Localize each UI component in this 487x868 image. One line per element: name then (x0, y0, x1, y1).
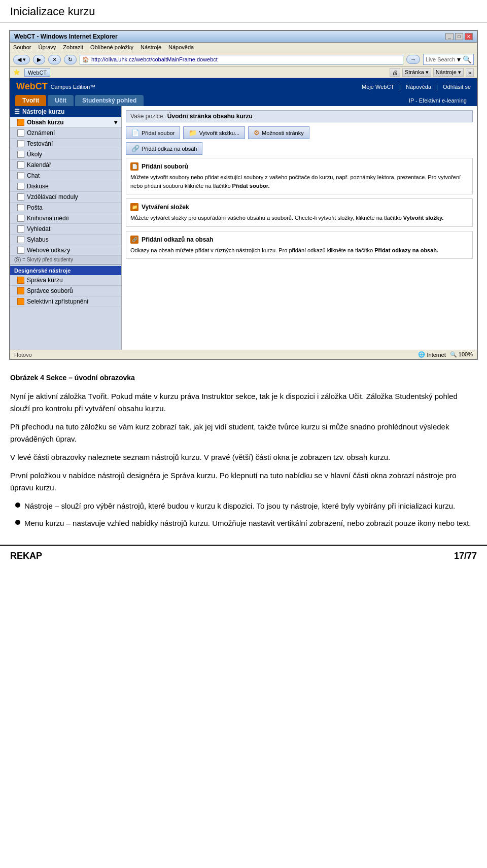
odhlasit-link[interactable]: Odhlásit se (443, 84, 471, 90)
pridat-odkaz-button[interactable]: 🔗 Přidat odkaz na obsah (126, 142, 202, 155)
menu-soubor[interactable]: Soubor (13, 44, 31, 50)
address-text: http://oliva.uhk.cz/webct/cobaltMainFram… (91, 56, 401, 62)
tools-button[interactable]: Nástroje ▾ (433, 68, 464, 77)
pridat-soubor-icon: 📄 (131, 129, 140, 137)
webct-content: WebCT Campus Edition™ Moje WebCT | Nápov… (10, 78, 477, 359)
sidebar-item-oznameni[interactable]: Oznámení (10, 128, 121, 139)
sidebar-item-obsah-kurzu[interactable]: Obsah kurzu ▾ (10, 117, 121, 128)
breadcrumb-current: Úvodní stránka obsahu kurzu (167, 113, 253, 120)
stop-button[interactable]: ✕ (48, 55, 61, 64)
testovani-label: Testování (27, 140, 53, 147)
sidebar-item-vyhledat[interactable]: Vyhledat (10, 224, 121, 235)
links-webct[interactable]: WebCT (24, 69, 50, 77)
search-dropdown-icon[interactable]: ▾ (457, 55, 461, 63)
section-icon-1: 📄 (130, 162, 138, 171)
posta-label: Pošta (27, 204, 43, 211)
webct-header-links: Moje WebCT | Nápověda | Odhlásit se (362, 84, 471, 90)
designer-section: Designérské nástroje (10, 266, 121, 275)
sidebar-item-sylabus[interactable]: Sylabus (10, 235, 121, 245)
sidebar-item-ukoly[interactable]: Úkoly (10, 149, 121, 160)
page-button[interactable]: Stránka ▾ (402, 68, 431, 77)
sidebar-item-spravce-souboru[interactable]: Správce souborů (10, 286, 121, 296)
moje-webct-link[interactable]: Moje WebCT (362, 84, 394, 90)
back-button[interactable]: ◀ ▾ (13, 55, 30, 64)
bullet-dot-1 (15, 503, 20, 508)
sidebar-item-webove-odkazy[interactable]: Webové odkazy (10, 245, 121, 256)
section-text-3: Odkazy na obsah můžete přidat v různých … (130, 246, 468, 255)
kalendar-icon (17, 161, 24, 169)
page-footer: REKAP 17/77 (0, 545, 487, 566)
sidebar-item-chat[interactable]: Chat (10, 171, 121, 181)
sylabus-icon (17, 236, 24, 243)
search-box[interactable]: Live Search ▾ 🔍 (423, 54, 474, 65)
sidebar-item-knihovna[interactable]: Knihovna médií (10, 213, 121, 224)
webct-tabs: Tvořit Učit Studentský pohled IP - Efekt… (10, 95, 477, 106)
section-title-3: 🔗 Přidání odkazů na obsah (130, 236, 468, 244)
sidebar-item-testovani[interactable]: Testování (10, 139, 121, 149)
sidebar-item-kalendar[interactable]: Kalendář (10, 160, 121, 171)
links-bar: ⭐ WebCT 🖨 Stránka ▾ Nástroje ▾ » (10, 67, 477, 78)
minimize-button[interactable]: _ (445, 33, 454, 40)
bullet-item-nastroje: Nástroje – slouží pro výběr nástrojů, kt… (15, 500, 477, 512)
diskuse-icon (17, 183, 24, 190)
breadcrumb-label: Vaše pozice: (130, 113, 165, 120)
menu-napoveda[interactable]: Nápověda (168, 44, 194, 50)
browser-title: WebCT - Windows Internet Explorer (14, 33, 118, 40)
vytvorit-slozku-icon: 📁 (189, 129, 197, 137)
pridat-soubor-button[interactable]: 📄 Přidat soubor (126, 126, 180, 139)
napoveda-link[interactable]: Nápověda (406, 84, 431, 90)
search-icon[interactable]: 🔍 (463, 55, 471, 63)
vyhledat-icon (17, 225, 24, 232)
obsah-kurzu-arrow: ▾ (114, 119, 117, 126)
content-toolbar-2: 🔗 Přidat odkaz na obsah (126, 142, 473, 155)
sidebar-item-diskuse[interactable]: Diskuse (10, 181, 121, 192)
sidebar-item-selektivni[interactable]: Selektivní zpřístupnění (10, 296, 121, 307)
knihovna-label: Knihovna médií (27, 215, 69, 222)
sylabus-label: Sylabus (27, 236, 49, 243)
sidebar-item-posta[interactable]: Pošta (10, 203, 121, 213)
sidebar-item-sprava-kurzu[interactable]: Správa kurzu (10, 275, 121, 286)
menu-nastroje[interactable]: Nástroje (141, 44, 161, 50)
refresh-button[interactable]: ↻ (64, 55, 77, 64)
page-title: Inicializace kurzu (0, 0, 487, 23)
vzdelavaci-label: Vzdělávací moduly (27, 193, 78, 201)
address-icon: 🏠 (82, 56, 89, 63)
zoom-level: 🔍 100% (450, 351, 473, 358)
webove-icon (17, 247, 24, 254)
maximize-button[interactable]: □ (455, 33, 463, 40)
browser-menu-bar: Soubor Úpravy Zobrazit Oblíbené položky … (10, 43, 477, 52)
menu-oblibene[interactable]: Oblíbené položky (90, 44, 133, 50)
search-label: Live Search (426, 56, 455, 62)
status-right: 🌐 Internet 🔍 100% (418, 351, 473, 358)
tab-ucit[interactable]: Učit (48, 95, 74, 106)
section-icon-3: 🔗 (130, 236, 138, 244)
tab-studentsky-pohled[interactable]: Studentský pohled (75, 95, 144, 106)
go-button[interactable]: → (406, 55, 420, 64)
sidebar-item-vzdelavaci-moduly[interactable]: Vzdělávací moduly (10, 192, 121, 203)
menu-upravy[interactable]: Úpravy (38, 44, 56, 50)
moznosti-stranky-button[interactable]: ⚙ Možnosti stránky (248, 126, 309, 139)
print-button[interactable]: 🖨 (390, 68, 400, 77)
tab-tvorit[interactable]: Tvořit (15, 95, 46, 106)
paragraph-4: První položkou v nabídce nástrojů design… (10, 470, 477, 494)
bullet-dot-2 (15, 520, 20, 525)
breadcrumb: Vaše pozice: Úvodní stránka obsahu kurzu (126, 110, 473, 122)
moznosti-icon: ⚙ (254, 129, 260, 137)
webct-main: ☰ Nástroje kurzu Obsah kurzu ▾ Oznámení … (10, 106, 477, 350)
nastroje-kurzu-icon: ☰ (14, 108, 20, 115)
menu-zobrazit[interactable]: Zobrazit (63, 44, 83, 50)
vytvorit-slozku-button[interactable]: 📁 Vytvořit složku... (183, 126, 245, 139)
forward-button[interactable]: ▶ (33, 55, 45, 64)
obsah-kurzu-label: Obsah kurzu (27, 119, 64, 126)
more-button[interactable]: » (466, 68, 474, 77)
hidden-label: (S) = Skrytý před studenty (10, 256, 121, 263)
bullet-item-menu-kurzu: Menu kurzu – nastavuje vzhled nabídky ná… (15, 517, 477, 529)
selektivni-icon (17, 298, 24, 305)
internet-icon: 🌐 (418, 351, 425, 358)
section-heading-1: Přidání souborů (142, 163, 188, 170)
close-button[interactable]: ✕ (465, 33, 473, 40)
webct-logo-text: WebCT (16, 81, 48, 92)
obsah-kurzu-icon (17, 119, 24, 126)
ukoly-icon (17, 151, 24, 158)
address-box[interactable]: 🏠 http://oliva.uhk.cz/webct/cobaltMainFr… (80, 55, 403, 64)
